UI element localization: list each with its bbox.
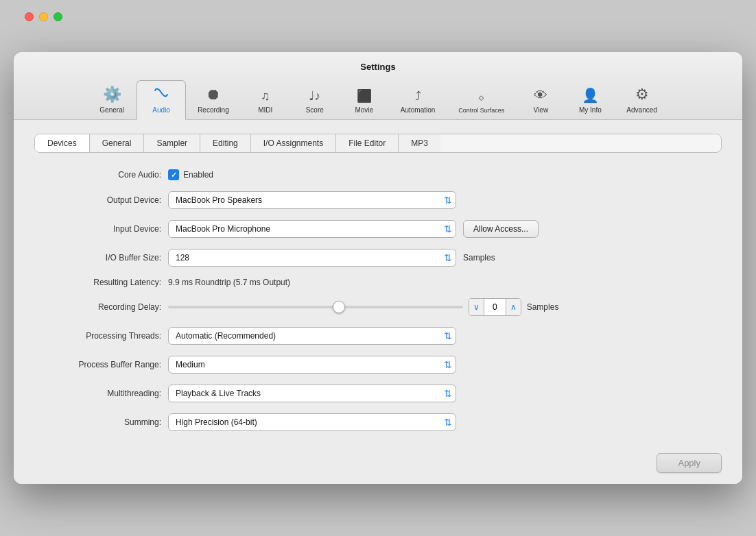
process-buffer-range-select[interactable]: Medium [168,356,456,374]
io-buffer-samples-label: Samples [463,253,495,263]
toolbar-label-my-info: My Info [579,106,602,114]
toolbar-item-my-info[interactable]: 👤 My Info [565,82,615,119]
recording-delay-label: Recording Delay: [34,302,161,312]
multithreading-select[interactable]: Playback & Live Tracks [168,385,456,402]
allow-access-button[interactable]: Allow Access... [463,220,539,238]
toolbar-item-view[interactable]: 👁 View [516,83,565,119]
resulting-latency-label: Resulting Latency: [34,278,161,287]
core-audio-label: Core Audio: [34,170,161,180]
toolbar-label-advanced: Advanced [626,106,657,114]
toolbar-label-control-surfaces: Control Surfaces [458,107,504,114]
output-device-select[interactable]: MacBook Pro Speakers [168,191,456,209]
tabs-bar: Devices General Sampler Editing I/O Assi… [34,134,722,153]
io-buffer-size-label: I/O Buffer Size: [34,253,161,263]
multithreading-row: Multithreading: Playback & Live Tracks ⇅ [34,385,722,402]
toolbar-label-view: View [534,106,549,114]
apply-button[interactable]: Apply [657,453,722,473]
toolbar-item-audio[interactable]: Audio [137,80,186,120]
toolbar-label-movie: Movie [355,106,373,114]
process-buffer-range-label: Process Buffer Range: [34,360,161,369]
process-buffer-range-select-wrapper: Medium ⇅ [168,356,456,374]
tab-sampler[interactable]: Sampler [144,134,200,152]
summing-select-wrapper: High Precision (64-bit) ⇅ [168,413,456,431]
settings-window: Settings ⚙️ General Audio ⏺ Recording ♫ … [14,52,742,484]
toolbar-item-general[interactable]: ⚙️ General [87,81,137,119]
resulting-latency-row: Resulting Latency: 9.9 ms Roundtrip (5.7… [34,278,722,287]
audio-icon [154,85,169,103]
toolbar-item-advanced[interactable]: ⚙ Advanced [615,81,668,119]
toolbar-item-movie[interactable]: ⬛ Movie [340,84,389,119]
tab-mp3[interactable]: MP3 [399,134,440,152]
io-buffer-size-select-wrapper: 128 ⇅ [168,249,456,267]
resulting-latency-value: 9.9 ms Roundtrip (5.7 ms Output) [168,278,290,287]
toolbar-item-recording[interactable]: ⏺ Recording [186,81,241,119]
recording-delay-slider-thumb[interactable] [333,301,345,313]
view-icon: 👁 [534,88,547,103]
output-device-row: Output Device: MacBook Pro Speakers ⇅ [34,191,722,209]
toolbar-label-recording: Recording [198,106,229,114]
core-audio-checkbox-wrapper: Enabled [168,169,213,180]
form-area: Core Audio: Enabled Output Device: MacBo… [34,169,722,431]
recording-delay-slider-row: ∨ 0 ∧ Samples [168,298,558,316]
core-audio-checkbox[interactable] [168,169,179,180]
processing-threads-label: Processing Threads: [34,331,161,341]
input-device-select-wrapper: MacBook Pro Microphone ⇅ [168,220,456,238]
input-device-row: Input Device: MacBook Pro Microphone ⇅ A… [34,220,722,238]
toolbar-item-midi[interactable]: ♫ MIDI [241,84,290,119]
tab-editing[interactable]: Editing [200,134,251,152]
io-buffer-size-row: I/O Buffer Size: 128 ⇅ Samples [34,249,722,267]
toolbar: ⚙️ General Audio ⏺ Recording ♫ MIDI ♩♪ S… [25,80,731,119]
core-audio-row: Core Audio: Enabled [34,169,722,180]
toolbar-item-control-surfaces[interactable]: ⬦ Control Surfaces [447,85,516,119]
output-device-select-wrapper: MacBook Pro Speakers ⇅ [168,191,456,209]
input-device-label: Input Device: [34,224,161,234]
summing-select[interactable]: High Precision (64-bit) [168,413,456,431]
tab-file-editor[interactable]: File Editor [336,134,399,152]
recording-delay-samples-label: Samples [527,302,559,312]
score-icon: ♩♪ [309,88,320,103]
tab-devices[interactable]: Devices [35,134,90,152]
input-device-input-row: MacBook Pro Microphone ⇅ Allow Access... [168,220,539,238]
processing-threads-select[interactable]: Automatic (Recommended) [168,327,456,345]
advanced-icon: ⚙ [635,86,649,103]
content-area: Devices General Sampler Editing I/O Assi… [14,120,742,445]
multithreading-label: Multithreading: [34,389,161,398]
stepper-down-button[interactable]: ∨ [469,298,484,316]
control-surfaces-icon: ⬦ [477,90,485,104]
movie-icon: ⬛ [357,88,372,103]
tab-general[interactable]: General [90,134,145,152]
stepper-up-button[interactable]: ∧ [506,298,521,316]
automation-icon: ⤴ [415,89,421,103]
stepper-value: 0 [484,302,506,312]
window-title: Settings [360,62,395,72]
summing-label: Summing: [34,417,161,427]
multithreading-select-wrapper: Playback & Live Tracks ⇅ [168,385,456,402]
toolbar-label-general: General [99,106,124,114]
process-buffer-range-row: Process Buffer Range: Medium ⇅ [34,356,722,374]
tab-io-assignments[interactable]: I/O Assignments [251,134,336,152]
toolbar-label-midi: MIDI [258,106,272,114]
footer: Apply [14,445,742,484]
io-buffer-size-input-row: 128 ⇅ Samples [168,249,495,267]
summing-row: Summing: High Precision (64-bit) ⇅ [34,413,722,431]
processing-threads-row: Processing Threads: Automatic (Recommend… [34,327,722,345]
midi-icon: ♫ [261,89,270,103]
processing-threads-select-wrapper: Automatic (Recommended) ⇅ [168,327,456,345]
output-device-label: Output Device: [34,195,161,205]
recording-delay-slider-track[interactable] [168,306,463,308]
toolbar-label-automation: Automation [401,106,436,114]
input-device-select[interactable]: MacBook Pro Microphone [168,220,456,238]
title-bar: Settings ⚙️ General Audio ⏺ Recording ♫ … [14,52,742,120]
recording-delay-row: Recording Delay: ∨ 0 ∧ Samples [34,298,722,316]
core-audio-enabled-label: Enabled [183,170,213,180]
recording-delay-stepper: ∨ 0 ∧ [469,298,521,316]
my-info-icon: 👤 [582,87,599,103]
recording-icon: ⏺ [206,86,221,103]
gear-icon: ⚙️ [103,86,121,103]
toolbar-item-score[interactable]: ♩♪ Score [290,84,340,119]
toolbar-label-audio: Audio [152,106,170,114]
toolbar-label-score: Score [306,106,324,114]
io-buffer-size-select[interactable]: 128 [168,249,456,267]
toolbar-item-automation[interactable]: ⤴ Automation [389,84,447,119]
